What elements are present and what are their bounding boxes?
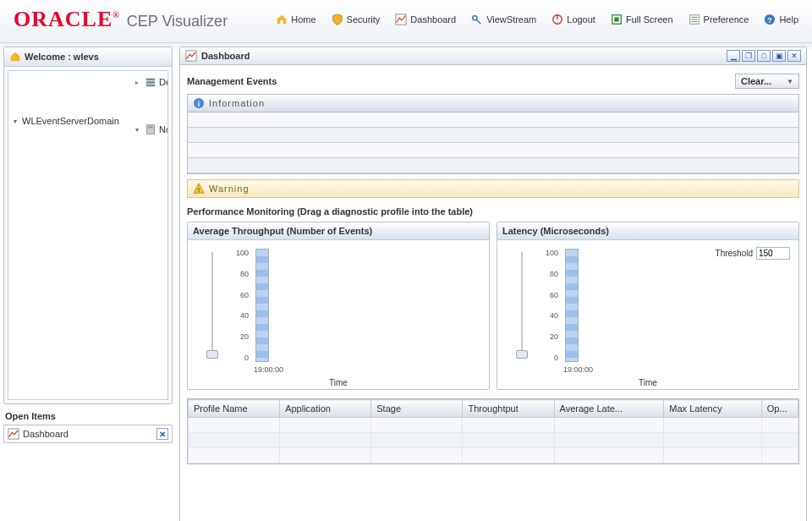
chart-icon [395,14,407,25]
open-items: Open Items Dashboard ✕ [3,408,173,443]
perf-title: Performance Monitoring (Drag a diagnosti… [187,205,799,222]
app-subtitle: CEP Visualizer [127,13,228,30]
mgmt-events-title: Management Events [187,76,277,86]
event-row [188,143,798,158]
welcome-title: Welcome : wlevs [4,47,172,67]
threshold-input[interactable] [756,247,790,260]
svg-text:i: i [198,100,200,108]
power-icon [551,14,563,25]
domain-tree[interactable]: WLEventServerDomain Deployment NonCluste… [8,70,168,400]
svg-text:!: ! [198,186,200,194]
clear-button[interactable]: Clear...▼ [735,74,799,89]
chart-title: Average Throughput (Number of Events) [188,222,489,240]
app-header: ORACLE® CEP Visualizer Home Security Das… [0,0,812,43]
nav-home[interactable]: Home [276,14,315,25]
nav-logout[interactable]: Logout [551,14,595,25]
threshold-control: Threshold [716,247,790,260]
tree-deployment[interactable]: Deployment [134,74,168,90]
col-profile[interactable]: Profile Name [189,400,280,418]
dashboard-header: Dashboard ▁ ❐ □ ▣ ✕ [179,47,807,65]
col-avg-latency[interactable]: Average Late... [554,400,664,418]
x-axis-label: Time [188,378,489,387]
svg-text:?: ? [768,16,772,25]
table-row[interactable] [189,448,798,463]
table-row[interactable] [189,418,798,433]
x-tick: 19:00:00 [563,365,593,374]
slider-thumb[interactable] [516,350,528,359]
preference-icon [689,14,700,25]
warning-icon: ! [193,183,205,195]
nav-fullscreen[interactable]: Full Screen [611,14,673,25]
table-row[interactable] [189,433,798,448]
latency-chart: Latency (Microseconds) Threshold Latency… [497,222,799,390]
warning-label: Warning [209,184,250,194]
threshold-label: Threshold [716,249,753,258]
sidebar: Welcome : wlevs WLEventServerDomain Depl… [0,43,176,521]
help-icon: ? [764,14,776,25]
open-items-title: Open Items [3,408,173,425]
top-nav: Home Security Dashboard ViewStream Logou… [276,14,798,25]
chart-slider[interactable] [521,252,523,359]
chart-gauge [255,249,269,362]
svg-rect-17 [147,125,155,134]
dashboard-title: Dashboard [201,51,250,61]
deployment-icon [145,76,156,88]
chart-icon [8,428,19,440]
home-icon [276,14,288,25]
server-icon [145,123,156,135]
info-label: Information [209,98,265,108]
col-stage[interactable]: Stage [371,400,463,418]
app-logo: ORACLE® CEP Visualizer [14,7,228,32]
events-info-box: i Information [187,94,799,174]
throughput-chart: Average Throughput (Number of Events) Av… [187,222,490,390]
event-row [188,128,798,143]
main-content: Dashboard ▁ ❐ □ ▣ ✕ Management Events Cl… [176,43,812,521]
svg-rect-14 [146,79,156,81]
svg-rect-18 [148,127,152,129]
svg-rect-15 [146,81,156,84]
maximize-button[interactable]: □ [757,50,771,62]
col-op[interactable]: Op... [761,400,798,418]
chart-icon [185,50,197,62]
col-application[interactable]: Application [280,400,371,418]
fullscreen-icon [611,14,623,25]
warning-bar: ! Warning [187,179,799,198]
x-axis-label: Time [497,378,798,387]
tree-server[interactable]: NonClusteredServer Applications [134,90,168,168]
x-tick: 19:00:00 [254,365,283,374]
col-throughput[interactable]: Throughtput [463,400,554,418]
nav-viewstream[interactable]: ViewStream [471,14,536,25]
nav-help[interactable]: ? Help [764,14,798,25]
viewstream-icon [471,14,483,25]
popout-button[interactable]: ▣ [772,50,786,62]
chart-slider[interactable] [211,252,213,359]
event-row [188,158,798,173]
svg-rect-6 [614,17,618,21]
restore-button[interactable]: ❐ [742,50,755,62]
chart-title: Latency (Microseconds) [497,222,798,240]
open-item-dashboard[interactable]: Dashboard ✕ [3,425,173,443]
shield-icon [332,14,343,25]
svg-rect-16 [146,85,156,87]
nav-security[interactable]: Security [332,14,381,25]
profile-table[interactable]: Profile Name Application Stage Throughtp… [187,398,799,464]
slider-thumb[interactable] [206,350,218,359]
event-row [188,112,798,128]
welcome-panel: Welcome : wlevs WLEventServerDomain Depl… [3,47,173,404]
home-icon [9,51,21,63]
close-button[interactable]: ✕ [787,50,801,62]
svg-line-2 [476,19,480,24]
nav-dashboard[interactable]: Dashboard [395,14,456,25]
close-icon[interactable]: ✕ [156,428,168,440]
nav-preference[interactable]: Preference [689,14,749,25]
open-item-label: Dashboard [23,429,69,439]
col-max-latency[interactable]: Max Latency [664,400,761,418]
minimize-button[interactable]: ▁ [727,50,740,62]
info-icon: i [193,97,205,109]
tree-domain[interactable]: WLEventServerDomain Deployment NonCluste… [12,71,167,171]
brand-text: ORACLE® [14,7,120,32]
chart-gauge [565,249,579,362]
